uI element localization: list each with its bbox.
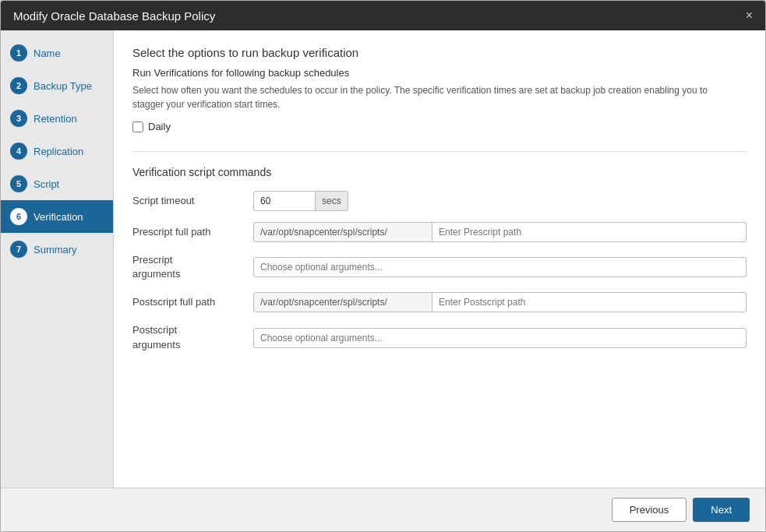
prescript-path-readonly-input[interactable]: [253, 222, 432, 242]
modal-overlay: Modify Oracle Database Backup Policy × 1…: [0, 0, 766, 532]
postscript-path-group: [253, 292, 747, 312]
sidebar-item-label-backup-type: Backup Type: [34, 80, 92, 92]
prescript-path-group: [253, 222, 747, 242]
step-badge-4: 4: [10, 143, 27, 160]
script-timeout-group: secs: [253, 191, 348, 211]
description-text: Select how often you want the schedules …: [132, 83, 717, 111]
prescript-args-input[interactable]: [253, 257, 747, 277]
divider: [132, 151, 747, 152]
daily-checkbox-row: Daily: [132, 121, 747, 132]
commands-title: Verification script commands: [132, 166, 747, 178]
main-content: Select the options to run backup verific…: [114, 30, 765, 488]
script-timeout-input[interactable]: [253, 191, 316, 211]
postscript-path-readonly-input[interactable]: [253, 292, 432, 312]
step-badge-3: 3: [10, 110, 27, 127]
daily-checkbox[interactable]: [132, 122, 143, 132]
postscript-path-enter-input[interactable]: [432, 292, 747, 312]
postscript-args-input[interactable]: [253, 328, 747, 348]
sidebar: 1 Name 2 Backup Type 3 Retention 4 Repli…: [1, 30, 114, 488]
close-icon[interactable]: ×: [746, 9, 753, 23]
modal-title: Modify Oracle Database Backup Policy: [13, 9, 215, 23]
sidebar-item-label-summary: Summary: [34, 244, 77, 255]
step-badge-1: 1: [10, 44, 27, 62]
step-badge-5: 5: [10, 175, 27, 192]
modal: Modify Oracle Database Backup Policy × 1…: [0, 0, 766, 532]
schedules-subtitle: Run Verifications for following backup s…: [132, 67, 747, 79]
prescript-path-enter-input[interactable]: [432, 222, 747, 242]
sidebar-item-backup-type[interactable]: 2 Backup Type: [1, 69, 113, 102]
commands-section: Verification script commands Script time…: [132, 166, 747, 352]
prescript-path-label: Prescript full path: [132, 225, 245, 239]
prescript-args-row: Prescriptarguments: [132, 253, 747, 281]
sidebar-item-name[interactable]: 1 Name: [1, 37, 113, 69]
prescript-path-row: Prescript full path: [132, 222, 747, 242]
postscript-args-row: Postscriptarguments: [132, 323, 747, 351]
step-badge-7: 7: [10, 241, 27, 258]
sidebar-item-replication[interactable]: 4 Replication: [1, 135, 113, 167]
page-title: Select the options to run backup verific…: [132, 46, 747, 59]
sidebar-item-retention[interactable]: 3 Retention: [1, 102, 113, 135]
secs-label: secs: [316, 191, 348, 211]
sidebar-item-script[interactable]: 5 Script: [1, 167, 113, 200]
step-badge-2: 2: [10, 77, 27, 94]
sidebar-item-label-script: Script: [34, 178, 59, 190]
sidebar-item-label-replication: Replication: [34, 146, 83, 157]
sidebar-item-verification[interactable]: 6 Verification: [1, 200, 113, 233]
sidebar-item-summary[interactable]: 7 Summary: [1, 233, 113, 266]
step-badge-6: 6: [10, 208, 27, 225]
postscript-path-row: Postscript full path: [132, 292, 747, 312]
script-timeout-row: Script timeout secs: [132, 191, 747, 211]
modal-body: 1 Name 2 Backup Type 3 Retention 4 Repli…: [1, 30, 765, 488]
sidebar-item-label-name: Name: [34, 48, 61, 59]
daily-label[interactable]: Daily: [148, 121, 171, 132]
sidebar-item-label-retention: Retention: [34, 113, 77, 125]
next-button[interactable]: Next: [693, 498, 750, 522]
previous-button[interactable]: Previous: [612, 498, 687, 522]
script-timeout-label: Script timeout: [132, 194, 245, 208]
postscript-path-label: Postscript full path: [132, 295, 245, 309]
modal-footer: Previous Next: [1, 488, 765, 531]
sidebar-item-label-verification: Verification: [34, 211, 83, 223]
prescript-args-label: Prescriptarguments: [132, 253, 245, 281]
modal-header: Modify Oracle Database Backup Policy ×: [1, 1, 765, 30]
postscript-args-label: Postscriptarguments: [132, 323, 245, 351]
